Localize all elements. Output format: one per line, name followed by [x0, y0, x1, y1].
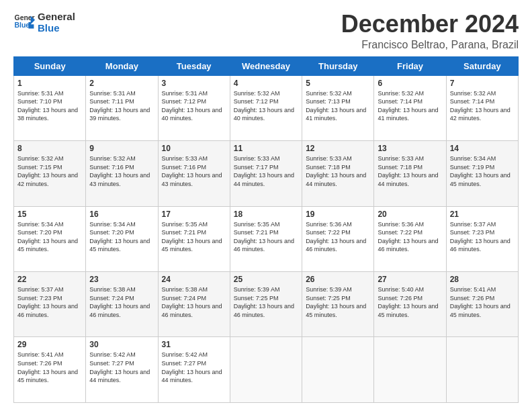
day-detail: Sunrise: 5:34 AMSunset: 7:20 PMDaylight:… [17, 221, 78, 253]
calendar-week-4: 22Sunrise: 5:37 AMSunset: 7:23 PMDayligh… [14, 272, 519, 337]
day-number: 11 [234, 144, 298, 153]
day-detail: Sunrise: 5:34 AMSunset: 7:20 PMDaylight:… [89, 221, 150, 253]
day-detail: Sunrise: 5:36 AMSunset: 7:22 PMDaylight:… [306, 221, 366, 253]
header: General Blue General Blue December 2024 … [13, 11, 519, 51]
day-number: 25 [234, 275, 298, 284]
calendar-header-row: SundayMondayTuesdayWednesdayThursdayFrid… [14, 56, 519, 75]
calendar-cell: 23Sunrise: 5:38 AMSunset: 7:24 PMDayligh… [86, 272, 158, 337]
day-number: 31 [162, 340, 226, 349]
day-detail: Sunrise: 5:40 AMSunset: 7:26 PMDaylight:… [378, 286, 438, 318]
calendar-cell: 17Sunrise: 5:35 AMSunset: 7:21 PMDayligh… [158, 206, 230, 271]
calendar-table: SundayMondayTuesdayWednesdayThursdayFrid… [13, 56, 519, 403]
day-number: 10 [162, 144, 226, 153]
logo-line2: Blue [38, 22, 75, 34]
day-detail: Sunrise: 5:37 AMSunset: 7:23 PMDaylight:… [450, 221, 511, 253]
calendar-cell: 18Sunrise: 5:35 AMSunset: 7:21 PMDayligh… [230, 206, 302, 271]
calendar-cell: 4Sunrise: 5:32 AMSunset: 7:12 PMDaylight… [230, 75, 302, 140]
calendar-cell: 5Sunrise: 5:32 AMSunset: 7:13 PMDaylight… [302, 75, 374, 140]
calendar-header-friday: Friday [374, 56, 446, 75]
day-number: 28 [450, 275, 515, 284]
day-number: 1 [17, 79, 82, 88]
logo-icon: General Blue [13, 11, 35, 33]
calendar-cell [230, 337, 302, 403]
day-number: 6 [378, 79, 442, 88]
day-detail: Sunrise: 5:32 AMSunset: 7:16 PMDaylight:… [89, 155, 150, 187]
day-detail: Sunrise: 5:35 AMSunset: 7:21 PMDaylight:… [234, 221, 294, 253]
calendar-cell: 12Sunrise: 5:33 AMSunset: 7:18 PMDayligh… [302, 141, 374, 206]
day-detail: Sunrise: 5:38 AMSunset: 7:24 PMDaylight:… [89, 286, 150, 318]
day-number: 21 [450, 210, 515, 219]
calendar-cell: 6Sunrise: 5:32 AMSunset: 7:14 PMDaylight… [374, 75, 446, 140]
day-number: 8 [17, 144, 82, 153]
calendar-cell: 7Sunrise: 5:32 AMSunset: 7:14 PMDaylight… [446, 75, 518, 140]
calendar-cell: 20Sunrise: 5:36 AMSunset: 7:22 PMDayligh… [374, 206, 446, 271]
main-title: December 2024 [341, 11, 519, 38]
day-number: 24 [162, 275, 226, 284]
day-number: 27 [378, 275, 442, 284]
day-number: 5 [306, 79, 370, 88]
day-number: 9 [89, 144, 154, 153]
subtitle: Francisco Beltrao, Parana, Brazil [341, 39, 519, 51]
calendar-header-tuesday: Tuesday [158, 56, 230, 75]
day-number: 22 [17, 275, 82, 284]
calendar-week-1: 1Sunrise: 5:31 AMSunset: 7:10 PMDaylight… [14, 75, 519, 140]
day-number: 14 [450, 144, 515, 153]
day-detail: Sunrise: 5:31 AMSunset: 7:12 PMDaylight:… [162, 90, 222, 122]
day-detail: Sunrise: 5:32 AMSunset: 7:12 PMDaylight:… [234, 90, 294, 122]
calendar-cell: 24Sunrise: 5:38 AMSunset: 7:24 PMDayligh… [158, 272, 230, 337]
day-detail: Sunrise: 5:32 AMSunset: 7:15 PMDaylight:… [17, 155, 78, 187]
calendar-cell [302, 337, 374, 403]
day-detail: Sunrise: 5:37 AMSunset: 7:23 PMDaylight:… [17, 286, 78, 318]
logo-line1: General [38, 11, 75, 22]
day-detail: Sunrise: 5:33 AMSunset: 7:18 PMDaylight:… [306, 155, 366, 187]
calendar-cell: 9Sunrise: 5:32 AMSunset: 7:16 PMDaylight… [86, 141, 158, 206]
calendar-cell: 25Sunrise: 5:39 AMSunset: 7:25 PMDayligh… [230, 272, 302, 337]
calendar-header-saturday: Saturday [446, 56, 518, 75]
day-detail: Sunrise: 5:36 AMSunset: 7:22 PMDaylight:… [378, 221, 438, 253]
day-detail: Sunrise: 5:42 AMSunset: 7:27 PMDaylight:… [162, 351, 222, 383]
calendar-week-2: 8Sunrise: 5:32 AMSunset: 7:15 PMDaylight… [14, 141, 519, 206]
day-detail: Sunrise: 5:33 AMSunset: 7:17 PMDaylight:… [234, 155, 294, 187]
day-number: 18 [234, 210, 298, 219]
calendar-week-3: 15Sunrise: 5:34 AMSunset: 7:20 PMDayligh… [14, 206, 519, 271]
calendar-cell: 14Sunrise: 5:34 AMSunset: 7:19 PMDayligh… [446, 141, 518, 206]
day-detail: Sunrise: 5:42 AMSunset: 7:27 PMDaylight:… [89, 351, 150, 383]
calendar-cell: 31Sunrise: 5:42 AMSunset: 7:27 PMDayligh… [158, 337, 230, 403]
day-number: 12 [306, 144, 370, 153]
svg-text:Blue: Blue [15, 21, 30, 29]
day-number: 3 [162, 79, 226, 88]
calendar-cell: 30Sunrise: 5:42 AMSunset: 7:27 PMDayligh… [86, 337, 158, 403]
day-detail: Sunrise: 5:33 AMSunset: 7:16 PMDaylight:… [162, 155, 222, 187]
calendar-cell: 2Sunrise: 5:31 AMSunset: 7:11 PMDaylight… [86, 75, 158, 140]
day-detail: Sunrise: 5:32 AMSunset: 7:14 PMDaylight:… [450, 90, 511, 122]
calendar-cell: 22Sunrise: 5:37 AMSunset: 7:23 PMDayligh… [14, 272, 86, 337]
calendar-header-thursday: Thursday [302, 56, 374, 75]
day-detail: Sunrise: 5:41 AMSunset: 7:26 PMDaylight:… [450, 286, 511, 318]
day-detail: Sunrise: 5:38 AMSunset: 7:24 PMDaylight:… [162, 286, 222, 318]
logo: General Blue General Blue [13, 11, 75, 34]
day-number: 20 [378, 210, 442, 219]
day-detail: Sunrise: 5:32 AMSunset: 7:14 PMDaylight:… [378, 90, 438, 122]
day-number: 26 [306, 275, 370, 284]
day-detail: Sunrise: 5:31 AMSunset: 7:10 PMDaylight:… [17, 90, 78, 122]
day-number: 30 [89, 340, 154, 349]
day-number: 17 [162, 210, 226, 219]
calendar-cell: 1Sunrise: 5:31 AMSunset: 7:10 PMDaylight… [14, 75, 86, 140]
day-detail: Sunrise: 5:39 AMSunset: 7:25 PMDaylight:… [306, 286, 366, 318]
calendar-header-sunday: Sunday [14, 56, 86, 75]
day-number: 16 [89, 210, 154, 219]
day-detail: Sunrise: 5:35 AMSunset: 7:21 PMDaylight:… [162, 221, 222, 253]
day-detail: Sunrise: 5:34 AMSunset: 7:19 PMDaylight:… [450, 155, 511, 187]
calendar-cell: 21Sunrise: 5:37 AMSunset: 7:23 PMDayligh… [446, 206, 518, 271]
day-detail: Sunrise: 5:39 AMSunset: 7:25 PMDaylight:… [234, 286, 294, 318]
calendar-cell: 8Sunrise: 5:32 AMSunset: 7:15 PMDaylight… [14, 141, 86, 206]
day-number: 13 [378, 144, 442, 153]
calendar-cell: 3Sunrise: 5:31 AMSunset: 7:12 PMDaylight… [158, 75, 230, 140]
calendar-cell: 16Sunrise: 5:34 AMSunset: 7:20 PMDayligh… [86, 206, 158, 271]
calendar-cell: 13Sunrise: 5:33 AMSunset: 7:18 PMDayligh… [374, 141, 446, 206]
day-detail: Sunrise: 5:32 AMSunset: 7:13 PMDaylight:… [306, 90, 366, 122]
day-number: 7 [450, 79, 515, 88]
day-number: 23 [89, 275, 154, 284]
calendar-cell: 29Sunrise: 5:41 AMSunset: 7:26 PMDayligh… [14, 337, 86, 403]
calendar-cell: 10Sunrise: 5:33 AMSunset: 7:16 PMDayligh… [158, 141, 230, 206]
